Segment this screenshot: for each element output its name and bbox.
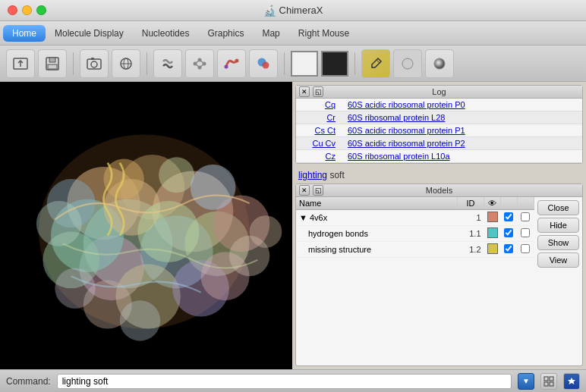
model-extra-checkbox[interactable] bbox=[521, 228, 530, 237]
window-title: ChimeraX bbox=[279, 5, 323, 16]
log-name-link[interactable]: 60S acidic ribosomal protein P1 bbox=[348, 126, 465, 135]
toolbar-separator-3 bbox=[284, 52, 285, 75]
models-content: Name ID 👁 ▼ 4v6x 1 bbox=[296, 197, 534, 271]
settings-icon bbox=[566, 376, 577, 387]
log-id-link[interactable]: Cr bbox=[326, 113, 336, 122]
models-close-button[interactable]: ✕ bbox=[299, 185, 310, 196]
svg-point-50 bbox=[55, 268, 95, 309]
grid-icon-button[interactable] bbox=[540, 373, 557, 390]
screenshot-button[interactable] bbox=[80, 49, 109, 78]
tab-map[interactable]: Map bbox=[253, 25, 288, 42]
lighting-soft-button[interactable] bbox=[425, 49, 454, 78]
toolbar-separator-4 bbox=[354, 52, 355, 75]
log-panel: ✕ ◱ Log Cq 60S acidic ribosomal protein … bbox=[295, 85, 583, 164]
maximize-button[interactable] bbox=[36, 5, 46, 15]
view-model-button[interactable]: View bbox=[537, 252, 579, 268]
model-row: missing structure 1.2 bbox=[296, 242, 534, 258]
save-icon bbox=[44, 55, 61, 72]
camera-icon bbox=[86, 55, 102, 72]
col-eye: 👁 bbox=[484, 197, 501, 210]
model-visible-checkbox[interactable] bbox=[504, 228, 513, 237]
svg-rect-55 bbox=[544, 382, 548, 386]
model-color-cell bbox=[484, 226, 501, 242]
open-button[interactable] bbox=[6, 49, 35, 78]
right-panel: ✕ ◱ Log Cq 60S acidic ribosomal protein … bbox=[292, 82, 586, 369]
command-input[interactable] bbox=[57, 374, 512, 389]
model-color-swatch bbox=[487, 227, 498, 238]
show-model-button[interactable]: Show bbox=[537, 235, 579, 250]
col-name: Name bbox=[296, 197, 458, 210]
tab-right-mouse[interactable]: Right Mouse bbox=[289, 25, 358, 42]
log-row: Cs Ct 60S acidic ribosomal protein P1 bbox=[296, 124, 582, 137]
log-id-link[interactable]: Cz bbox=[326, 152, 336, 161]
svg-rect-56 bbox=[550, 382, 553, 386]
spin-icon bbox=[118, 55, 134, 72]
sphere-button[interactable] bbox=[249, 49, 278, 78]
log-panel-header: ✕ ◱ Log bbox=[296, 86, 582, 99]
tab-nucleotides[interactable]: Nucleotides bbox=[133, 25, 199, 42]
col-check bbox=[501, 197, 518, 210]
grid-icon bbox=[543, 376, 554, 387]
log-row: Cr 60S ribosomal protein L28 bbox=[296, 111, 582, 124]
settings-icon-button[interactable] bbox=[563, 373, 580, 390]
svg-line-15 bbox=[195, 60, 200, 64]
model-name: ▼ 4v6x bbox=[296, 210, 458, 226]
tab-graphics[interactable]: Graphics bbox=[198, 25, 253, 42]
lighting-flat-button[interactable] bbox=[393, 49, 422, 78]
model-color-cell bbox=[484, 210, 501, 226]
model-row: ▼ 4v6x 1 bbox=[296, 210, 534, 226]
ribbon-button[interactable] bbox=[153, 49, 182, 78]
model-name: missing structure bbox=[296, 242, 458, 258]
color-box-black[interactable] bbox=[321, 51, 348, 77]
save-button[interactable] bbox=[38, 49, 67, 78]
log-name-link[interactable]: 60S ribosomal protein L10a bbox=[348, 152, 450, 161]
svg-point-22 bbox=[263, 61, 269, 68]
log-id-link[interactable]: Cq bbox=[325, 100, 336, 109]
hide-model-button[interactable]: Hide bbox=[537, 218, 579, 233]
model-color-cell bbox=[484, 242, 501, 258]
log-table: Cq 60S acidic ribosomal protein P0 Cr 60… bbox=[296, 99, 582, 163]
stick-button[interactable] bbox=[185, 49, 214, 78]
surface-button[interactable] bbox=[217, 49, 246, 78]
model-extra-checkbox[interactable] bbox=[521, 244, 530, 253]
tab-home[interactable]: Home bbox=[3, 25, 46, 42]
log-id-link[interactable]: Cu Cv bbox=[312, 139, 336, 148]
3d-viewport[interactable] bbox=[0, 82, 292, 369]
col-id: ID bbox=[458, 197, 484, 210]
open-icon bbox=[12, 55, 29, 72]
command-dropdown-button[interactable]: ▼ bbox=[518, 373, 534, 390]
model-visible-checkbox[interactable] bbox=[504, 212, 513, 221]
surface-icon bbox=[223, 55, 240, 72]
model-visible-checkbox[interactable] bbox=[504, 244, 513, 253]
flat-icon bbox=[399, 55, 416, 72]
close-model-button[interactable]: Close bbox=[537, 200, 579, 215]
model-extra-cell bbox=[518, 226, 534, 242]
log-name-link[interactable]: 60S acidic ribosomal protein P0 bbox=[348, 100, 465, 109]
log-id-link[interactable]: Cs Ct bbox=[315, 126, 336, 135]
tab-molecule-display[interactable]: Molecule Display bbox=[46, 25, 133, 42]
traffic-lights bbox=[8, 5, 46, 15]
model-color-swatch bbox=[487, 243, 498, 254]
command-bar: Command: ▼ bbox=[0, 369, 586, 392]
log-undock-button[interactable]: ◱ bbox=[313, 86, 323, 97]
lighting-link[interactable]: lighting bbox=[298, 170, 327, 180]
minimize-button[interactable] bbox=[22, 5, 32, 15]
lighting-bar: lighting soft bbox=[292, 167, 586, 183]
log-close-button[interactable]: ✕ bbox=[299, 86, 310, 97]
log-row: Cz 60S ribosomal protein L10a bbox=[296, 150, 582, 163]
eyedropper-button[interactable] bbox=[361, 49, 390, 78]
model-extra-checkbox[interactable] bbox=[521, 212, 530, 221]
close-button[interactable] bbox=[8, 5, 17, 15]
models-undock-button[interactable]: ◱ bbox=[313, 185, 323, 196]
log-row: Cq 60S acidic ribosomal protein P0 bbox=[296, 99, 582, 111]
svg-point-19 bbox=[235, 58, 239, 62]
log-name-link[interactable]: 60S ribosomal protein L28 bbox=[348, 113, 445, 122]
svg-line-16 bbox=[200, 60, 204, 64]
svg-point-52 bbox=[120, 300, 160, 340]
svg-point-6 bbox=[91, 61, 97, 67]
svg-rect-7 bbox=[91, 58, 94, 60]
log-name-link[interactable]: 60S acidic ribosomal protein P2 bbox=[348, 139, 465, 148]
spin-button[interactable] bbox=[112, 49, 140, 78]
model-name: hydrogen bonds bbox=[296, 226, 458, 242]
color-box-white[interactable] bbox=[291, 51, 318, 77]
